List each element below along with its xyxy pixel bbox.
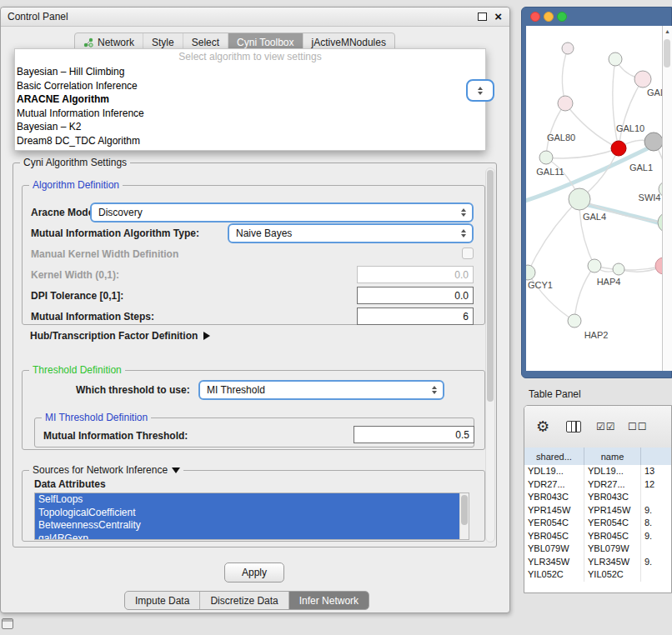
settings-scrollbar-thumb[interactable] bbox=[487, 170, 494, 402]
mi-type-value: Naive Bayes bbox=[236, 228, 292, 239]
table-row[interactable]: YDR27...YDR27...12 bbox=[524, 478, 671, 492]
mi-steps-input[interactable]: 6 bbox=[357, 308, 474, 325]
close-traffic-light[interactable] bbox=[530, 12, 540, 22]
table-cell: YER054C bbox=[584, 517, 641, 530]
mi-type-select[interactable]: Naive Bayes bbox=[228, 223, 474, 243]
node-label: GAL bbox=[647, 88, 662, 98]
zoom-traffic-light[interactable] bbox=[557, 12, 567, 22]
table-body: YDL19...YDL19...13YDR27...YDR27...12YBR0… bbox=[524, 465, 671, 592]
table-row[interactable]: YPR145WYPR145W9. bbox=[524, 504, 671, 518]
table-toolbar: ⚙ ☑☑ ☐☐ bbox=[524, 406, 671, 448]
network-edge[interactable] bbox=[562, 48, 568, 103]
aracne-mode-label: Aracne Mode: bbox=[31, 207, 97, 218]
hub-definition-toggle[interactable]: Hub/Transcription Factor Definition bbox=[30, 330, 210, 342]
list-scrollbar[interactable] bbox=[459, 493, 469, 539]
algorithm-combobox[interactable] bbox=[466, 79, 494, 102]
table-cell bbox=[641, 542, 671, 556]
tab-infer-network[interactable]: Infer Network bbox=[289, 592, 369, 609]
node-label: HAP4 bbox=[597, 277, 621, 287]
table-row[interactable]: YIL052CYIL052C bbox=[524, 568, 671, 582]
network-canvas[interactable]: GAL80GALGAL10GAL1GAL11SWI4GAL4GCY1HAP4YH… bbox=[526, 26, 662, 371]
restore-panel-icon[interactable] bbox=[2, 618, 13, 629]
network-node[interactable] bbox=[613, 263, 624, 275]
deselect-all-icon[interactable]: ☐☐ bbox=[628, 421, 648, 432]
arrow-down-icon bbox=[461, 213, 466, 217]
close-icon[interactable]: × bbox=[494, 9, 502, 24]
node-label: SWI4 bbox=[639, 192, 661, 202]
algorithm-option-mutual-information-inference[interactable]: Mutual Information Inference bbox=[15, 107, 485, 121]
tab-impute-data[interactable]: Impute Data bbox=[125, 592, 200, 609]
network-node-gal10[interactable] bbox=[644, 132, 662, 151]
aracne-mode-select[interactable]: Discovery bbox=[90, 202, 474, 222]
table-row[interactable]: YLR345WYLR345W9. bbox=[524, 556, 671, 569]
attribute-option-betweennesscentrality[interactable]: BetweennessCentrality bbox=[35, 519, 459, 532]
algorithm-option-aracne-algorithm[interactable]: ARACNE Algorithm bbox=[15, 92, 485, 107]
list-scrollbar-thumb[interactable] bbox=[461, 495, 468, 525]
gear-icon[interactable]: ⚙ bbox=[536, 418, 549, 436]
table-panel-window: ⚙ ☑☑ ☐☐ shared...name YDL19...YDL19...13… bbox=[524, 405, 672, 593]
network-edge[interactable] bbox=[546, 148, 619, 158]
network-node-gal[interactable] bbox=[634, 71, 651, 88]
network-edge[interactable] bbox=[594, 266, 662, 270]
mi-threshold-group: MI Threshold Definition Mutual Informati… bbox=[34, 418, 474, 448]
table-cell: YLR345W bbox=[524, 556, 584, 569]
algorithm-option-basic-correlation-inference[interactable]: Basic Correlation Inference bbox=[15, 79, 485, 93]
column-header-2[interactable] bbox=[641, 448, 672, 465]
column-header-name[interactable]: name bbox=[584, 448, 641, 465]
network-node-hap4[interactable] bbox=[588, 259, 601, 272]
table-row[interactable]: YDL19...YDL19...13 bbox=[524, 465, 671, 478]
network-edge[interactable] bbox=[619, 79, 643, 148]
select-all-icon[interactable]: ☑☑ bbox=[596, 421, 616, 432]
table-row[interactable]: YBR043CYBR043C bbox=[524, 491, 671, 504]
network-edge[interactable] bbox=[528, 199, 579, 272]
attribute-option-selfloops[interactable]: SelfLoops bbox=[35, 493, 459, 507]
network-edge[interactable] bbox=[613, 59, 619, 148]
manual-kernel-checkbox[interactable] bbox=[462, 248, 474, 259]
attribute-option-topologicalcoefficient[interactable]: TopologicalCoefficient bbox=[35, 507, 459, 520]
hub-definition-label: Hub/Transcription Factor Definition bbox=[30, 330, 198, 342]
settings-group-title: Cyni Algorithm Settings bbox=[20, 157, 130, 168]
network-node-gal1[interactable] bbox=[611, 141, 626, 156]
algorithm-option-bayesian-hill-climbing[interactable]: Bayesian – Hill Climbing bbox=[15, 65, 485, 79]
columns-icon[interactable] bbox=[566, 421, 581, 432]
table-cell bbox=[641, 491, 671, 504]
table-cell: YBR045C bbox=[584, 530, 641, 543]
network-node-y[interactable] bbox=[655, 258, 662, 274]
table-cell: 9. bbox=[641, 530, 671, 543]
network-scrollbar-thumb[interactable] bbox=[664, 39, 670, 68]
network-node-gal4[interactable] bbox=[569, 188, 590, 210]
tab-label: Network bbox=[98, 37, 134, 48]
network-node-gal11[interactable] bbox=[539, 151, 553, 164]
sources-title-row[interactable]: Sources for Network Inference bbox=[29, 464, 183, 476]
network-node[interactable] bbox=[562, 42, 574, 54]
network-node[interactable] bbox=[609, 52, 622, 66]
tab-discretize-data[interactable]: Discretize Data bbox=[200, 592, 288, 609]
minimize-traffic-light[interactable] bbox=[544, 12, 554, 22]
table-row[interactable]: YBR045CYBR045C9. bbox=[524, 530, 671, 543]
network-scrollbar[interactable]: ▲ bbox=[662, 26, 672, 371]
which-threshold-select[interactable]: MI Threshold bbox=[198, 380, 444, 400]
network-node-gcy1[interactable] bbox=[526, 265, 535, 280]
table-row[interactable]: YBL079WYBL079W bbox=[524, 542, 671, 556]
attribute-option-gal4rgexp[interactable]: gal4RGexp bbox=[35, 532, 459, 541]
scroll-up-icon[interactable]: ▲ bbox=[663, 28, 672, 34]
apply-button[interactable]: Apply bbox=[224, 562, 284, 582]
table-row[interactable]: YER054CYER054C8. bbox=[524, 517, 671, 530]
algorithm-option-dream8-dc-tdc-algorithm[interactable]: Dream8 DC_TDC Algorithm bbox=[15, 134, 485, 148]
network-node-hap2[interactable] bbox=[568, 314, 581, 328]
mi-threshold-input[interactable]: 0.5 bbox=[354, 426, 474, 443]
kernel-width-input[interactable]: 0.0 bbox=[357, 266, 474, 283]
node-label: GAL80 bbox=[547, 132, 575, 142]
column-header-shared[interactable]: shared... bbox=[524, 448, 584, 465]
settings-scrollbar[interactable] bbox=[485, 168, 495, 542]
expand-right-icon bbox=[203, 332, 210, 340]
float-window-icon[interactable] bbox=[478, 12, 487, 21]
algorithm-option-bayesian-k2[interactable]: Bayesian – K2 bbox=[15, 120, 485, 134]
network-node-gal80[interactable] bbox=[558, 96, 573, 111]
network-edge[interactable] bbox=[574, 266, 594, 321]
combo-arrows-icon bbox=[461, 229, 466, 238]
dpi-tolerance-input[interactable]: 0.0 bbox=[357, 287, 474, 304]
network-edge[interactable] bbox=[546, 103, 565, 158]
data-attributes-list: SelfLoopsTopologicalCoefficientBetweenne… bbox=[34, 492, 469, 540]
table-cell: YLR345W bbox=[584, 556, 641, 569]
